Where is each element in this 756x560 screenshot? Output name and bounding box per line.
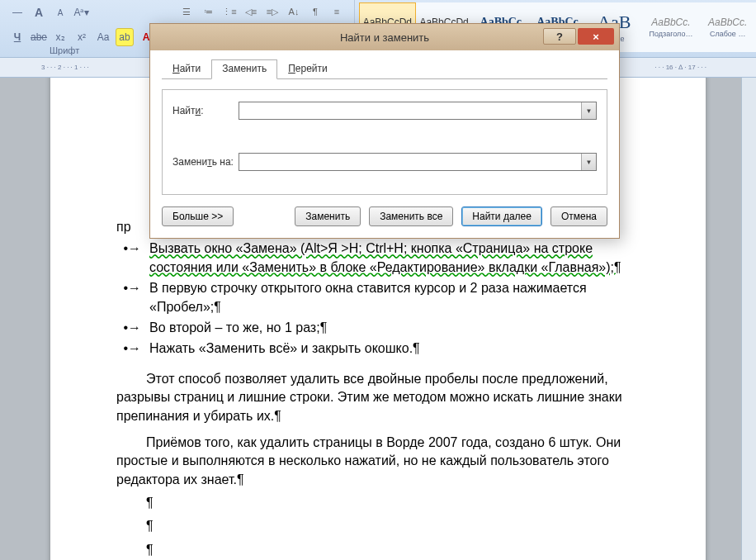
paragraph: Этот способ позволяет удалить все двойны… xyxy=(116,370,640,425)
dialog-inner: Найти: ▼ Заменить на: ▼ xyxy=(162,89,607,195)
indent-inc[interactable]: ≡▷ xyxy=(262,3,282,20)
strike-button[interactable]: abe xyxy=(30,28,48,46)
replace-label: Заменить на: xyxy=(172,156,239,168)
bullets-button[interactable]: ☰ xyxy=(177,3,196,20)
dialog-titlebar[interactable]: Найти и заменить ? × xyxy=(150,24,619,50)
more-button[interactable]: Больше >> xyxy=(162,206,234,226)
bullet-icon: •→ xyxy=(116,339,149,358)
bullet-icon: •→ xyxy=(116,319,149,337)
bullet-text: Вызвать окно «Замена» (Alt>Я >Н; Ctrl+Н;… xyxy=(149,240,640,277)
indent-dec[interactable]: ◁≡ xyxy=(241,3,261,20)
bullet-text: Нажать «Заменить всё» и закрыть окошко.¶ xyxy=(149,339,640,358)
vertical-scrollbar[interactable] xyxy=(741,78,756,560)
numbering-button[interactable]: ≔ xyxy=(198,3,218,20)
list-item: •→ Нажать «Заменить всё» и закрыть окошк… xyxy=(116,339,640,358)
replace-button[interactable]: Заменить xyxy=(295,206,361,226)
cancel-button[interactable]: Отмена xyxy=(550,206,607,226)
find-next-button[interactable]: Найти далее xyxy=(461,206,542,226)
bullet-icon: •→ xyxy=(116,240,149,277)
find-input[interactable] xyxy=(239,102,597,120)
tab-find[interactable]: Найти xyxy=(162,59,211,79)
bullet-text: Во второй – то же, но 1 раз;¶ xyxy=(149,319,640,337)
list-item: •→ В первую строчку открытого окна стави… xyxy=(116,279,640,316)
underline-button[interactable]: Ч xyxy=(8,28,26,46)
dialog-tabs: Найти Заменить Перейти xyxy=(162,59,607,79)
multilevel-button[interactable]: ⋮≡ xyxy=(220,3,239,20)
tab-replace[interactable]: Заменить xyxy=(211,59,277,79)
sort-button[interactable]: A↓ xyxy=(284,3,304,20)
font-group: — A A Aᵃ▾ Ч abe x₂ x² Aa ab A Шрифт xyxy=(0,0,169,58)
grow-font[interactable]: A xyxy=(30,3,48,21)
superscript-button[interactable]: x² xyxy=(73,28,91,46)
style-item[interactable]: AaBbCc.Слабое … xyxy=(699,2,756,52)
dropdown-icon[interactable]: ▼ xyxy=(581,102,596,119)
style-item[interactable]: AaBbCc.Подзаголо… xyxy=(643,2,700,52)
subscript-button[interactable]: x₂ xyxy=(51,28,69,46)
font-tool[interactable]: — xyxy=(8,3,26,21)
change-case[interactable]: Aᵃ▾ xyxy=(73,3,91,21)
text-effects[interactable]: Aa xyxy=(94,28,112,46)
showmarks-button[interactable]: ¶ xyxy=(305,3,325,20)
bullet-text: В первую строчку открытого окна ставится… xyxy=(149,279,640,316)
find-replace-dialog: Найти и заменить ? × Найти Заменить Пере… xyxy=(149,23,620,239)
dropdown-icon[interactable]: ▼ xyxy=(581,154,596,170)
paragraph: Приёмов того, как удалить страницы в Вор… xyxy=(116,434,640,489)
highlight-button[interactable]: ab xyxy=(116,28,134,46)
replace-input[interactable] xyxy=(239,153,597,171)
pilcrow: ¶ xyxy=(146,541,640,559)
pilcrow: ¶ xyxy=(146,517,640,535)
help-button[interactable]: ? xyxy=(543,28,576,45)
close-button[interactable]: × xyxy=(578,28,614,45)
find-label: Найти: xyxy=(172,105,239,116)
list-item: •→ Во второй – то же, но 1 раз;¶ xyxy=(116,319,640,337)
pilcrow: ¶ xyxy=(146,494,640,512)
shrink-font[interactable]: A xyxy=(51,3,69,21)
tab-goto[interactable]: Перейти xyxy=(277,59,338,79)
font-group-label: Шрифт xyxy=(50,45,79,55)
bullet-icon: •→ xyxy=(116,279,149,316)
replace-all-button[interactable]: Заменить все xyxy=(369,206,453,226)
align-left[interactable]: ≡ xyxy=(327,3,347,20)
dialog-buttons: Больше >> Заменить Заменить все Найти да… xyxy=(162,206,607,226)
list-item: •→ Вызвать окно «Замена» (Alt>Я >Н; Ctrl… xyxy=(116,240,640,277)
